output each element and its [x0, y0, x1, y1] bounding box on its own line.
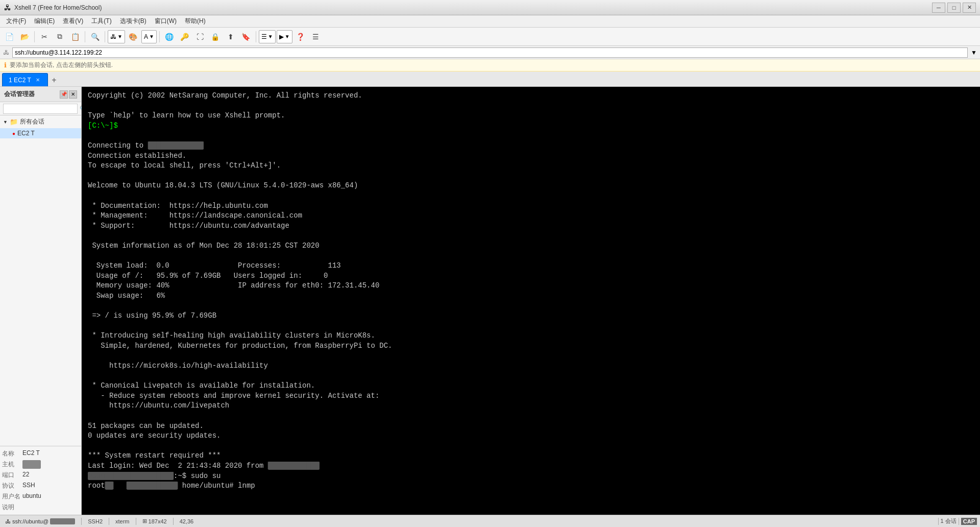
- toolbar-cut[interactable]: ✂: [37, 30, 52, 44]
- tree-group-expand-icon: ▼: [3, 119, 8, 125]
- terminal-output: Copyright (c) 2002 NetSarang Computer, I…: [88, 91, 393, 490]
- tab-ec2t[interactable]: 1 EC2 T ✕: [2, 73, 48, 86]
- toolbar-sidebar[interactable]: ☰: [309, 30, 323, 44]
- menu-window[interactable]: 窗口(W): [151, 16, 181, 27]
- info-value-username: ubuntu: [22, 492, 41, 501]
- statusbar-xterm-label: xterm: [115, 518, 130, 524]
- noticebar-text: 要添加当前会话, 点击左侧的箭头按钮.: [10, 61, 113, 69]
- toolbar-action-dropdown[interactable]: ▶ ▼: [277, 30, 292, 43]
- toolbar-misc-dropdown[interactable]: ☰ ▼: [259, 30, 276, 43]
- statusbar-position: 42,36: [178, 518, 196, 524]
- toolbar-key[interactable]: 🔑: [178, 30, 192, 44]
- info-label-port: 端口: [2, 471, 22, 480]
- toolbar: 📄 📂 ✂ ⧉ 📋 🔍 🖧 ▼ 🎨 A ▼ 🌐 🔑 ⛶ 🔒 ⬆ 🔖 ☰ ▼ ▶ …: [0, 28, 980, 46]
- statusbar-session-info: 🖧 ssh://ubuntu@: [3, 518, 77, 524]
- session-info: 名称 EC2 T 主机 端口 22 协议 SSH 用户名 ubuntu 说明: [0, 446, 81, 515]
- action-dropdown-arrow-icon: ▼: [285, 34, 290, 39]
- info-label-name: 名称: [2, 449, 22, 458]
- menu-edit[interactable]: 编辑(E): [30, 16, 59, 27]
- tree-group-label: 所有会话: [20, 117, 44, 126]
- titlebar-title: Xshell 7 (Free for Home/School): [14, 4, 102, 11]
- sidebar: 会话管理器 📌 ✕ 🔍 ▼ 📁 所有会话 ● EC2 T 名称: [0, 87, 82, 515]
- toolbar-fullscreen[interactable]: ⛶: [193, 30, 207, 44]
- info-value-host: [22, 460, 41, 469]
- sidebar-controls: 📌 ✕: [60, 90, 77, 99]
- statusbar: 🖧 ssh://ubuntu@ SSH2 xterm ⊞ 187x42 42,3…: [0, 515, 980, 527]
- menu-help[interactable]: 帮助(H): [181, 16, 210, 27]
- info-row-protocol: 协议 SSH: [2, 481, 79, 491]
- info-row-username: 用户名 ubuntu: [2, 491, 79, 502]
- toolbar-network[interactable]: 🌐: [162, 30, 177, 44]
- statusbar-size-label: 187x42: [149, 518, 167, 524]
- info-row-name: 名称 EC2 T: [2, 448, 79, 459]
- conn-address-input[interactable]: [12, 47, 968, 58]
- toolbar-find[interactable]: 🔍: [88, 30, 102, 44]
- font-dropdown-arrow-icon: ▼: [149, 34, 154, 39]
- info-value-name: EC2 T: [22, 449, 40, 458]
- toolbar-new[interactable]: 📄: [2, 30, 16, 44]
- toolbar-sep5: [256, 31, 256, 42]
- toolbar-lock[interactable]: 🔒: [208, 30, 223, 44]
- menu-view[interactable]: 查看(V): [59, 16, 87, 27]
- toolbar-sep4: [159, 31, 160, 42]
- statusbar-div6: [959, 518, 959, 525]
- misc-icon: ☰: [261, 33, 267, 40]
- conn-icon: 🖧: [3, 49, 9, 56]
- conn-dropdown-icon[interactable]: ▼: [971, 49, 977, 56]
- menu-tabs[interactable]: 选项卡(B): [116, 16, 151, 27]
- toolbar-dropdown-icon: 🖧: [110, 33, 116, 40]
- close-button[interactable]: ✕: [963, 3, 976, 13]
- tab-ec2t-close[interactable]: ✕: [34, 77, 41, 84]
- info-label-host: 主机: [2, 460, 22, 469]
- menu-tools[interactable]: 工具(T): [87, 16, 115, 27]
- minimize-button[interactable]: ─: [932, 3, 945, 13]
- statusbar-div3: [136, 518, 136, 525]
- statusbar-host-blurred: [50, 518, 75, 524]
- statusbar-size-icon: ⊞: [142, 518, 147, 524]
- titlebar-left: 🖧 Xshell 7 (Free for Home/School): [4, 4, 102, 12]
- info-row-description: 说明: [2, 502, 79, 513]
- sidebar-search-input[interactable]: [3, 104, 78, 114]
- terminal[interactable]: Copyright (c) 2002 NetSarang Computer, I…: [82, 87, 980, 515]
- tree-group-all[interactable]: ▼ 📁 所有会话: [0, 115, 81, 128]
- statusbar-sessions-label: 1 会话: [941, 517, 957, 525]
- toolbar-help[interactable]: ❓: [293, 30, 308, 44]
- toolbar-sep2: [85, 31, 85, 42]
- info-value-protocol: SSH: [22, 482, 35, 490]
- toolbar-color[interactable]: 🎨: [126, 30, 140, 44]
- maximize-button[interactable]: □: [947, 3, 961, 13]
- statusbar-xterm: xterm: [113, 518, 132, 524]
- statusbar-div5: [938, 518, 939, 525]
- toolbar-font-dropdown[interactable]: A ▼: [141, 30, 157, 43]
- toolbar-session-dropdown[interactable]: 🖧 ▼: [108, 30, 125, 43]
- sidebar-close-button[interactable]: ✕: [69, 90, 77, 99]
- titlebar: 🖧 Xshell 7 (Free for Home/School) ─ □ ✕: [0, 0, 980, 15]
- toolbar-open[interactable]: 📂: [17, 30, 32, 44]
- main-area: 会话管理器 📌 ✕ 🔍 ▼ 📁 所有会话 ● EC2 T 名称: [0, 87, 980, 515]
- statusbar-div4: [173, 518, 174, 525]
- sidebar-search: 🔍: [0, 102, 81, 115]
- info-row-host: 主机: [2, 459, 79, 470]
- info-label-description: 说明: [2, 503, 22, 512]
- toolbar-bookmark[interactable]: 🔖: [239, 30, 253, 44]
- info-label-username: 用户名: [2, 492, 22, 501]
- toolbar-paste[interactable]: 📋: [68, 30, 82, 44]
- toolbar-upload[interactable]: ⬆: [224, 30, 238, 44]
- action-icon: ▶: [279, 33, 284, 40]
- notice-icon: ℹ: [4, 61, 7, 69]
- tab-add-button[interactable]: +: [48, 74, 60, 86]
- noticebar: ℹ 要添加当前会话, 点击左侧的箭头按钮.: [0, 59, 980, 71]
- menu-file[interactable]: 文件(F): [2, 16, 30, 27]
- tree-item-ec2t[interactable]: ● EC2 T: [0, 128, 81, 138]
- sidebar-title: 会话管理器: [4, 90, 35, 99]
- tab-ec2t-label: 1 EC2 T: [9, 77, 31, 84]
- statusbar-right: 1 会话 CAP: [938, 517, 977, 525]
- toolbar-copy[interactable]: ⧉: [53, 30, 67, 44]
- toolbar-sep3: [105, 31, 105, 42]
- sidebar-header: 会话管理器 📌 ✕: [0, 87, 81, 102]
- statusbar-div2: [109, 518, 109, 525]
- app-icon: 🖧: [4, 4, 11, 12]
- sidebar-pin-button[interactable]: 📌: [60, 90, 68, 99]
- statusbar-conn-text: ssh://ubuntu@: [12, 518, 48, 524]
- menubar: 文件(F) 编辑(E) 查看(V) 工具(T) 选项卡(B) 窗口(W) 帮助(…: [0, 15, 980, 28]
